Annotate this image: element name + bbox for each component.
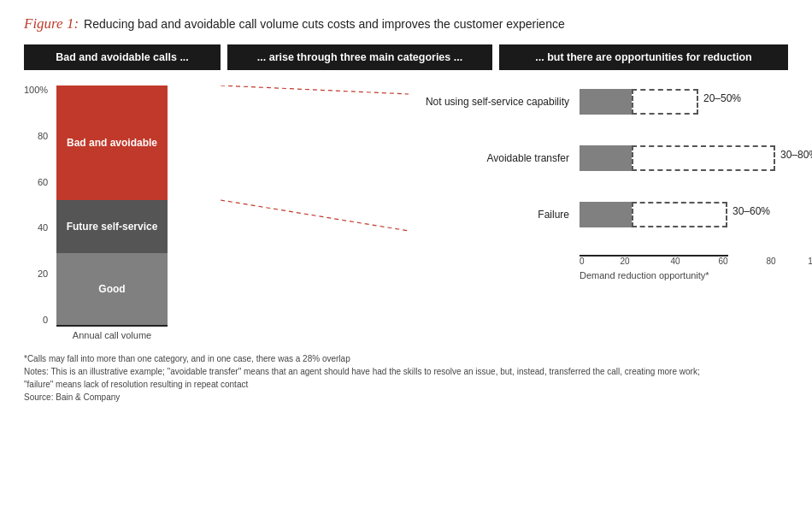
y-tick-0: 0 — [43, 316, 48, 325]
y-axis: 100% 80 60 40 20 0 — [24, 86, 51, 325]
x-tick-80: 80 — [766, 257, 775, 266]
demand-row-3: Failure 30–60% — [409, 198, 728, 231]
x-tick-40: 40 — [670, 257, 680, 266]
demand-bar-dashed-2 — [632, 145, 775, 171]
svg-line-1 — [221, 200, 409, 231]
demand-pct-1: 20–50% — [703, 92, 778, 104]
y-tick-60: 60 — [38, 178, 48, 187]
bar-good-label: Good — [98, 283, 125, 295]
demand-row-1: Not using self-service capability 20–50% — [409, 86, 728, 118]
demand-pct-3: 30–60% — [733, 205, 778, 217]
figure-title: Figure 1: Reducing bad and avoidable cal… — [24, 15, 788, 32]
x-tick-20: 20 — [620, 257, 629, 266]
right-x-axis: 0 20 40 60 80 100% Demand reduction oppo… — [580, 255, 728, 280]
header-boxes: Bad and avoidable calls ... ... arise th… — [24, 44, 788, 70]
bar-future: Future self-service — [56, 200, 168, 253]
x-label-left: Annual call volume — [56, 330, 168, 340]
demand-bar-dashed-3 — [632, 202, 727, 227]
stacked-bar: Good Future self-service Bad and avoidab… — [56, 86, 168, 325]
demand-label-3: Failure — [409, 209, 580, 221]
y-tick-80: 80 — [38, 132, 48, 141]
bar-bad-label: Bad and avoidable — [67, 137, 157, 149]
demand-bar-dashed-1 — [632, 89, 698, 115]
y-tick-20: 20 — [38, 269, 48, 279]
x-tick-0: 0 — [580, 257, 585, 266]
right-x-line: 0 20 40 60 80 100% — [580, 255, 728, 257]
demand-bar-solid-1 — [580, 89, 632, 115]
footnotes: *Calls may fall into more than one categ… — [24, 352, 788, 404]
y-tick-40: 40 — [38, 223, 48, 233]
bar-good: Good — [56, 253, 168, 325]
demand-bar-area-1: 20–50% — [580, 86, 728, 118]
demand-bar-solid-2 — [580, 145, 632, 171]
bar-future-label: Future self-service — [67, 221, 158, 233]
right-chart: Not using self-service capability 20–50%… — [409, 86, 788, 280]
x-tick-100: 100% — [808, 257, 812, 266]
x-tick-60: 60 — [718, 257, 727, 266]
demand-bar-solid-3 — [580, 202, 632, 227]
header-box-right: ... but there are opportunities for redu… — [499, 44, 788, 70]
x-axis-line-left — [56, 325, 168, 327]
connector-svg — [221, 86, 409, 342]
figure-label: Figure 1: — [24, 15, 79, 32]
demand-bar-area-2: 30–80% — [580, 142, 728, 174]
footnote-4: Source: Bain & Company — [24, 391, 788, 404]
footnote-1: *Calls may fall into more than one categ… — [24, 352, 788, 365]
header-box-mid: ... arise through three main categories … — [227, 44, 492, 70]
demand-row-2: Avoidable transfer 30–80% — [409, 142, 728, 174]
right-x-title: Demand reduction opportunity* — [580, 270, 728, 280]
footnote-2: Notes: This is an illustrative example; … — [24, 365, 788, 378]
connector-area — [221, 86, 409, 342]
footnote-3: "failure" means lack of resolution resul… — [24, 378, 788, 391]
svg-line-0 — [221, 86, 409, 94]
demand-label-1: Not using self-service capability — [409, 96, 580, 108]
figure-description: Reducing bad and avoidable call volume c… — [84, 17, 565, 31]
y-tick-100: 100% — [24, 86, 48, 95]
demand-label-2: Avoidable transfer — [409, 152, 580, 164]
left-bar-chart: 100% 80 60 40 20 0 Good Future self-serv… — [24, 86, 221, 340]
bar-bad: Bad and avoidable — [56, 86, 168, 200]
header-box-left: Bad and avoidable calls ... — [24, 44, 221, 70]
demand-bar-area-3: 30–60% — [580, 198, 728, 231]
